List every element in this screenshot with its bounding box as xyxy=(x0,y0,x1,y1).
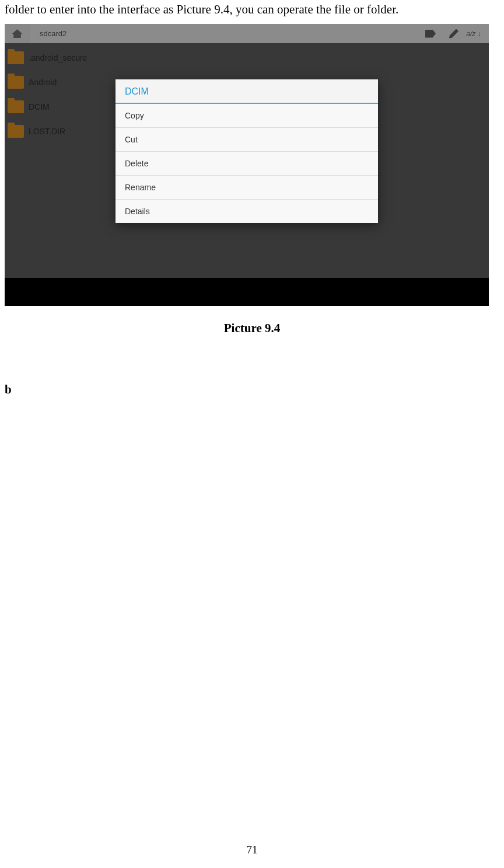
screenshot-figure: sdcard2 a/z ↓ .android_secure Android DC… xyxy=(5,24,489,306)
context-menu-popup: DCIM Copy Cut Delete Rename Details xyxy=(116,79,378,223)
page-number: 71 xyxy=(0,843,504,856)
menu-item-copy[interactable]: Copy xyxy=(116,104,378,128)
menu-item-cut[interactable]: Cut xyxy=(116,128,378,152)
file-manager-app: sdcard2 a/z ↓ .android_secure Android DC… xyxy=(5,24,489,278)
figure-caption: Picture 9.4 xyxy=(0,321,504,336)
menu-item-details[interactable]: Details xyxy=(116,200,378,223)
menu-item-delete[interactable]: Delete xyxy=(116,152,378,176)
intro-text: folder to enter into the interface as Pi… xyxy=(0,0,504,24)
menu-item-rename[interactable]: Rename xyxy=(116,176,378,200)
popup-title: DCIM xyxy=(116,79,378,104)
section-marker-b: b xyxy=(0,382,504,397)
